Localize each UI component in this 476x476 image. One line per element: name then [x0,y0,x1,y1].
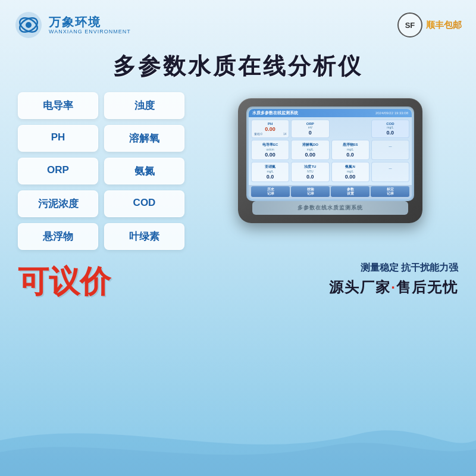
extra-cell2: ─ [371,162,409,182]
header: 万象环境 WANXIANG ENVIRONMENT SF 顺丰包邮 [0,0,476,45]
ph-label: PH [254,122,286,126]
ammonia-label: 氨氮N [334,164,367,170]
ammonia-value: 0.00 [334,174,367,180]
tagline2-dot: · [391,279,396,295]
features-grid: 电导率 浊度 PH 溶解氧 ORP 氨氮 污泥浓度 COD 悬浮物 叶绿素 [18,92,184,250]
ph-cell: PH 0.00 量程:014 [251,120,289,138]
sf-circle: SF [397,12,422,37]
orp-unit: mV [294,126,326,129]
nitrite-cell: 亚硝氮 mg/L 0.0 [251,162,289,182]
feature-tag-cod: COD [104,190,184,217]
tagline2: 源头厂家·售后无忧 [329,278,458,297]
feature-tag-do: 溶解氧 [104,125,184,152]
feature-tag-ss: 悬浮物 [18,223,98,250]
spacer-cell [331,120,369,138]
logo-text: 万象环境 WANXIANG ENVIRONMENT [49,16,131,35]
ph-subrow: 量程:014 [254,133,286,136]
content-area: 电导率 浊度 PH 溶解氧 ORP 氨氮 污泥浓度 COD 悬浮物 叶绿素 水质… [0,92,476,250]
wave-decoration [0,405,476,476]
bottom-section: 可议价 测量稳定 抗干扰能力强 源头厂家·售后无忧 [0,250,476,297]
device-container: 水质多参数在线监测系统 2024/09/22 19:33:08 PH 0.00 … [202,92,458,223]
ss-unit: mg/L [334,148,367,151]
price-tag[interactable]: 可议价 [18,266,111,297]
turbidity-value: 0.0 [294,174,326,180]
feature-tag-ph: PH [18,125,98,152]
device-screen: 水质多参数在线监测系统 2024/09/22 19:33:08 PH 0.00 … [246,107,414,201]
logo-en: WANXIANG ENVIRONMENT [49,29,131,35]
do-value: 0.00 [294,152,326,158]
sf-shipping-text: 顺丰包邮 [426,20,462,31]
extra-value2: ─ [374,167,406,171]
extra-value: ─ [374,145,406,149]
nitrite-value: 0.0 [254,174,286,180]
history-record-btn[interactable]: 历史记录 [251,186,290,197]
ammonia-cell: 氨氮N mg/L 0.00 [331,162,369,182]
ss-label: 悬浮物SS [334,142,367,148]
svg-point-3 [26,22,32,28]
ph-value: 0.00 [254,126,286,132]
tagline2-part2: 售后无忧 [396,279,458,295]
do-label: 溶解氧DO [294,142,326,148]
nitrite-unit: mg/L [254,170,286,173]
param-setting-btn[interactable]: 参数设置 [331,186,369,197]
do-cell: 溶解氧DO mg/L 0.00 [291,140,329,160]
cod-unit: mg/L [374,126,406,129]
feature-tag-orp: ORP [18,158,98,184]
tagline1: 测量稳定 抗干扰能力强 [329,262,458,274]
device-brand: 多参数在线水质监测系统 [252,201,408,215]
feature-tag-sludge: 污泥浓度 [18,190,98,217]
logo-area: 万象环境 WANXIANG ENVIRONMENT [14,11,131,39]
bottom-right: 测量稳定 抗干扰能力强 源头厂家·售后无忧 [329,262,458,297]
tagline2-part1: 源头厂家 [329,279,391,295]
ec-cell: 电导率EC us/cm 0.00 [251,140,289,160]
screen-data-area: PH 0.00 量程:014 ORP mV 0 [249,117,412,185]
verify-record-btn[interactable]: 校验记录 [291,186,330,197]
ss-cell: 悬浮物SS mg/L 0.0 [331,140,369,160]
nitrite-label: 亚硝氮 [254,164,286,170]
screen-inner: 水质多参数在线监测系统 2024/09/22 19:33:08 PH 0.00 … [249,109,412,199]
feature-tag-conductivity: 电导率 [18,92,98,119]
screen-header-bar: 水质多参数在线监测系统 2024/09/22 19:33:08 [249,109,412,117]
logo-icon [14,11,43,39]
ec-unit: us/cm [254,148,286,151]
data-row-2: 电导率EC us/cm 0.00 溶解氧DO mg/L 0.00 悬浮物SS [251,140,409,160]
cod-cell: COD mg/L 0.0 [371,120,409,138]
feature-tag-chlorophyll: 叶绿素 [104,223,184,250]
turbidity-unit: NTU [294,170,326,173]
cod-value: 0.0 [374,130,406,136]
screen-buttons: 历史记录 校验记录 参数设置 标定记录 [249,185,412,199]
device-brand-text: 多参数在线水质监测系统 [298,204,363,212]
ammonia-unit: mg/L [334,170,367,173]
feature-tag-ammonia: 氨氮 [104,158,184,184]
turbidity-cell: 浊度TU NTU 0.0 [291,162,329,182]
extra-cell: ─ [371,140,409,160]
data-row-1: PH 0.00 量程:014 ORP mV 0 [251,120,409,138]
device: 水质多参数在线监测系统 2024/09/22 19:33:08 PH 0.00 … [238,98,422,223]
screen-title: 水质多参数在线监测系统 [252,110,298,116]
main-title: 多参数水质在线分析仪 [0,45,476,92]
sf-badge: SF 顺丰包邮 [397,12,462,37]
ss-value: 0.0 [334,152,367,158]
feature-tag-turbidity: 浊度 [104,92,184,119]
do-unit: mg/L [294,148,326,151]
ec-label: 电导率EC [254,142,286,148]
data-row-3: 亚硝氮 mg/L 0.0 浊度TU NTU 0.0 氨氮N [251,162,409,182]
ec-value: 0.00 [254,152,286,158]
calibrate-record-btn[interactable]: 标定记录 [371,186,409,197]
orp-cell: ORP mV 0 [291,120,329,138]
orp-value: 0 [294,130,326,136]
turbidity-label: 浊度TU [294,164,326,170]
logo-cn: 万象环境 [49,16,131,28]
screen-time: 2024/09/22 19:33:08 [375,111,408,115]
